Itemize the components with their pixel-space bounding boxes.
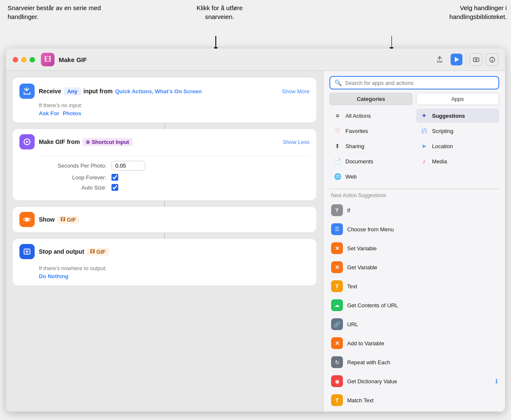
ask-for-link[interactable]: Ask For [39,110,59,117]
category-location[interactable]: ➤ Location [416,139,499,153]
photos-link[interactable]: Photos [63,110,81,117]
makegif-title: Make GIF from [39,138,80,145]
share-button[interactable] [434,54,446,65]
dict-value-info-icon[interactable]: ℹ [495,378,497,385]
makegif-content: Make GIF from ⚙ Shortcut Input [39,138,278,146]
receive-no-input-label: If there's no input: [39,102,310,108]
app-icon: 🎞 [41,53,54,66]
stop-card: Stop and output 🎞 GIF If there's nowhere… [13,239,316,285]
match-text-icon: T [331,394,343,406]
search-box: 🔍 [329,76,499,89]
get-url-icon: ☁ [331,299,343,311]
traffic-lights [13,57,35,62]
loop-forever-row: Loop Forever: [39,174,310,181]
panel-divider [329,189,499,189]
do-nothing-link[interactable]: Do Nothing [39,273,68,279]
category-scripting[interactable]: ⟨/⟩ Scripting [416,124,499,138]
loop-forever-label: Loop Forever: [39,174,106,181]
receive-card: Receive Any input from Quick Actions, Wh… [13,78,316,122]
annotation-center: Klikk for å utføre snarveien. [182,3,258,21]
tab-apps[interactable]: Apps [416,93,499,105]
receive-from-text: input from [84,88,113,95]
auto-size-checkbox[interactable] [111,184,118,191]
titlebar-actions [434,54,462,65]
receive-body: If there's no input: Ask For Photos [13,101,316,122]
action-item-get-variable[interactable]: ✕ Get Variable [328,258,501,276]
seconds-input[interactable] [111,161,145,171]
category-documents[interactable]: 📄 Documents [329,154,413,168]
media-icon: ♪ [419,157,429,166]
receive-any-badge: Any [64,87,81,95]
auto-size-row: Auto Size: [39,184,310,191]
favorites-label: Favorites [345,128,368,134]
category-suggestions[interactable]: ✦ Suggestions [416,108,499,123]
suggestions-label: Suggestions [432,113,465,119]
close-button[interactable] [13,57,18,62]
web-label: Web [345,173,357,180]
svg-point-3 [492,58,492,59]
receive-sources[interactable]: Quick Actions, What's On Screen [115,88,202,95]
main-content: Receive Any input from Quick Actions, Wh… [6,71,505,412]
text-icon: T [331,280,343,292]
action-item-get-url[interactable]: ☁ Get Contents of URL [328,296,501,314]
location-label: Location [432,143,453,149]
search-container: 🔍 [323,71,505,93]
suggestions-icon: ✦ [419,111,429,120]
documents-icon: 📄 [333,157,342,166]
run-button[interactable] [451,54,462,65]
connector-2 [13,201,316,207]
action-item-if[interactable]: Y If [328,201,501,219]
right-arrow [391,36,392,48]
stop-body: If there's nowhere to output: Do Nothing [13,264,316,285]
action-item-comment[interactable]: ≡ Comment [328,410,501,412]
category-media[interactable]: ♪ Media [416,154,499,168]
repeat-icon: ↻ [331,356,343,368]
svg-marker-0 [455,57,459,62]
match-text-label: Match Text [347,397,497,404]
action-item-add-variable[interactable]: ✕ Add to Variable [328,334,501,352]
search-input[interactable] [345,80,494,86]
window-title: Make GIF [59,56,434,63]
makegif-body: Seconds Per Photo: Loop Forever: Auto Si… [13,154,316,200]
makegif-header: Make GIF from ⚙ Shortcut Input Show Less [13,129,316,154]
choose-menu-label: Choose from Menu [347,226,497,233]
category-favorites[interactable]: ♡ Favorites [329,124,413,138]
action-item-dict-value[interactable]: ◉ Get Dictionary Value ℹ [328,372,501,390]
info-button[interactable] [486,53,498,66]
web-icon: 🌐 [333,172,342,181]
action-item-repeat[interactable]: ↻ Repeat with Each [328,353,501,371]
url-label: URL [347,321,497,328]
category-web[interactable]: 🌐 Web [329,169,413,184]
show-icon [19,212,35,227]
zoom-button[interactable] [30,57,35,62]
tab-categories[interactable]: Categories [329,93,413,105]
receive-header: Receive Any input from Quick Actions, Wh… [13,78,316,101]
stop-content: Stop and output 🎞 GIF [39,248,310,256]
minimize-button[interactable] [21,57,27,62]
get-variable-label: Get Variable [347,264,497,271]
show-less-button[interactable]: Show Less [283,139,310,145]
media-label: Media [432,158,447,165]
category-all-actions[interactable]: ≡ All Actions [329,108,413,123]
center-arrow [215,36,216,48]
show-more-button[interactable]: Show More [282,88,310,95]
add-variable-icon: ✕ [331,337,343,349]
connector-3 [13,233,316,239]
add-action-button[interactable] [470,53,482,66]
loop-forever-checkbox[interactable] [111,174,118,181]
stop-icon [19,244,35,259]
stop-header: Stop and output 🎞 GIF [13,239,316,264]
category-sharing[interactable]: ⬆ Sharing [329,139,413,153]
action-item-text[interactable]: T Text [328,277,501,295]
location-icon: ➤ [419,141,429,151]
action-item-match-text[interactable]: T Match Text [328,391,501,409]
documents-label: Documents [345,158,373,165]
action-item-set-variable[interactable]: ✕ Set Variable [328,239,501,257]
annotation-right: Velg handlinger i handlingsbiblioteket. [410,3,507,21]
show-gif-badge: 🎞 GIF [57,216,79,224]
action-item-choose-menu[interactable]: ☰ Choose from Menu [328,220,501,238]
text-label: Text [347,283,497,290]
action-item-url[interactable]: 🔗 URL [328,315,501,333]
search-icon: 🔍 [334,79,342,86]
all-actions-icon: ≡ [333,111,342,120]
